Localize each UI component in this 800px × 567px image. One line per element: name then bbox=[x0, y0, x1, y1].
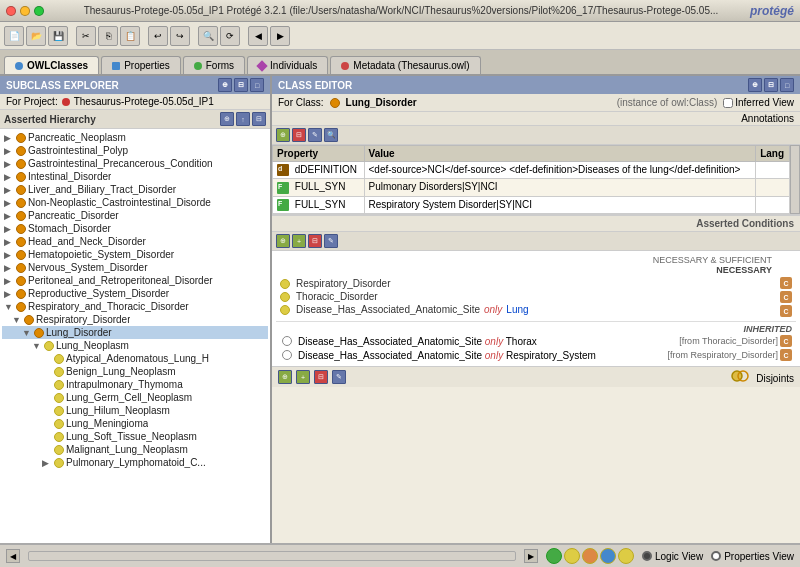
tree-item-hematopoietic[interactable]: ▶ Hematopoietic_System_Disorder bbox=[2, 248, 268, 261]
condition-anatomic-lung[interactable]: Disease_Has_Associated_Anatomic_Site onl… bbox=[276, 303, 776, 316]
disjoints-edit-btn[interactable]: ✎ bbox=[332, 370, 346, 384]
props-search-btn[interactable]: 🔍 bbox=[324, 128, 338, 142]
tree-item-liver[interactable]: ▶ Liver_and_Biliary_Tract_Disorder bbox=[2, 183, 268, 196]
tree-item-pancreatic-neoplasm[interactable]: ▶ Pancreatic_Neoplasm bbox=[2, 131, 268, 144]
tab-bar: OWLClasses Properties Forms Individuals … bbox=[0, 50, 800, 76]
condition-dot-2 bbox=[280, 292, 290, 302]
disjoints-add2-btn[interactable]: + bbox=[296, 370, 310, 384]
prop-row-2[interactable]: F FULL_SYN Pulmonary Disorders|SY|NCI bbox=[273, 179, 790, 196]
condition-thoracic[interactable]: Thoracic_Disorder bbox=[276, 290, 776, 303]
tree-item-stomach[interactable]: ▶ Stomach_Disorder bbox=[2, 222, 268, 235]
disjoints-add-btn[interactable]: ⊕ bbox=[278, 370, 292, 384]
app-logo: protégé bbox=[750, 4, 794, 18]
asserted-add-btn[interactable]: ⊕ bbox=[276, 234, 290, 248]
props-scrollbar-v[interactable] bbox=[790, 145, 800, 214]
toolbar-new[interactable]: 📄 bbox=[4, 26, 24, 46]
props-edit-btn[interactable]: ✎ bbox=[308, 128, 322, 142]
toolbar-refresh[interactable]: ⟳ bbox=[220, 26, 240, 46]
props-remove-btn[interactable]: ⊟ bbox=[292, 128, 306, 142]
tree-item-lung-hilum[interactable]: Lung_Hilum_Neoplasm bbox=[2, 404, 268, 417]
status-icon-4 bbox=[600, 548, 616, 564]
toolbar-nav-back[interactable]: ◀ bbox=[248, 26, 268, 46]
condition-respiratory[interactable]: Respiratory_Disorder bbox=[276, 277, 776, 290]
tree-item-lung-neoplasm[interactable]: ▼ Lung_Neoplasm bbox=[2, 339, 268, 352]
explorer-icon-3[interactable]: □ bbox=[250, 78, 264, 92]
props-add-btn[interactable]: ⊕ bbox=[276, 128, 290, 142]
hierarchy-icon-2[interactable]: ↑ bbox=[236, 112, 250, 126]
toolbar-undo[interactable]: ↩ bbox=[148, 26, 168, 46]
class-editor-icon-1[interactable]: ⊕ bbox=[748, 78, 762, 92]
class-editor-icon-3[interactable]: □ bbox=[780, 78, 794, 92]
prop-row-3[interactable]: F FULL_SYN Respiratory System Disorder|S… bbox=[273, 196, 790, 213]
tree-item-pancreatic[interactable]: ▶ Pancreatic_Disorder bbox=[2, 209, 268, 222]
hierarchy-icon-3[interactable]: ⊟ bbox=[252, 112, 266, 126]
toolbar-search[interactable]: 🔍 bbox=[198, 26, 218, 46]
tree-item-lung-soft-tissue[interactable]: Lung_Soft_Tissue_Neoplasm bbox=[2, 430, 268, 443]
maximize-button[interactable] bbox=[34, 6, 44, 16]
tree-item-gi-polyp[interactable]: ▶ Gastrointestinal_Polyp bbox=[2, 144, 268, 157]
tree-label: Stomach_Disorder bbox=[28, 223, 111, 234]
inherited-row-2[interactable]: Disease_Has_Associated_Anatomic_Site onl… bbox=[276, 348, 796, 362]
toolbar-paste[interactable]: 📋 bbox=[120, 26, 140, 46]
toolbar-cut[interactable]: ✂ bbox=[76, 26, 96, 46]
explorer-icon-1[interactable]: ⊕ bbox=[218, 78, 232, 92]
disjoints-remove-btn[interactable]: ⊟ bbox=[314, 370, 328, 384]
tree-item-lung-germ[interactable]: Lung_Germ_Cell_Neoplasm bbox=[2, 391, 268, 404]
col-lang: Lang bbox=[756, 146, 790, 162]
tree-item-head-neck[interactable]: ▶ Head_and_Neck_Disorder bbox=[2, 235, 268, 248]
properties-view-option[interactable]: Properties View bbox=[711, 551, 794, 562]
prop-name-2: FULL_SYN bbox=[295, 181, 346, 192]
tab-properties[interactable]: Properties bbox=[101, 56, 181, 74]
tree-dot bbox=[54, 445, 64, 455]
project-dot bbox=[62, 98, 70, 106]
tree-item-benign-lung[interactable]: Benign_Lung_Neoplasm bbox=[2, 365, 268, 378]
tree-item-peritoneal[interactable]: ▶ Peritoneal_and_Retroperitoneal_Disorde… bbox=[2, 274, 268, 287]
explorer-icon-2[interactable]: ⊟ bbox=[234, 78, 248, 92]
tree-item-pulmonary-lymphomatoid[interactable]: ▶ Pulmonary_Lymphomatoid_C... bbox=[2, 456, 268, 469]
horizontal-scrollbar[interactable] bbox=[28, 551, 516, 561]
window-controls bbox=[6, 6, 44, 16]
class-name: Lung_Disorder bbox=[346, 97, 417, 108]
tree-item-reproductive[interactable]: ▶ Reproductive_System_Disorder bbox=[2, 287, 268, 300]
tree-item-non-neoplastic[interactable]: ▶ Non-Neoplastic_Castrointestinal_Disord… bbox=[2, 196, 268, 209]
asserted-edit-btn[interactable]: ✎ bbox=[324, 234, 338, 248]
class-editor-header: CLASS EDITOR ⊕ ⊟ □ bbox=[272, 76, 800, 94]
inherited-row-1[interactable]: Disease_Has_Associated_Anatomic_Site onl… bbox=[276, 334, 796, 348]
tree-item-lung-meningioma[interactable]: Lung_Meningioma bbox=[2, 417, 268, 430]
tree-item-lung-disorder[interactable]: ▼ Lung_Disorder bbox=[2, 326, 268, 339]
toolbar-open[interactable]: 📂 bbox=[26, 26, 46, 46]
tree-item-intrapulmonary[interactable]: Intrapulmonary_Thymoma bbox=[2, 378, 268, 391]
tree-item-nervous[interactable]: ▶ Nervous_System_Disorder bbox=[2, 261, 268, 274]
tree-item-intestinal[interactable]: ▶ Intestinal_Disorder bbox=[2, 170, 268, 183]
toolbar-copy[interactable]: ⎘ bbox=[98, 26, 118, 46]
toolbar-save[interactable]: 💾 bbox=[48, 26, 68, 46]
asserted-add2-btn[interactable]: + bbox=[292, 234, 306, 248]
tab-individuals[interactable]: Individuals bbox=[247, 56, 328, 74]
c-badge-1[interactable]: C bbox=[780, 277, 792, 289]
status-nav-right[interactable]: ▶ bbox=[524, 549, 538, 563]
class-editor-icon-2[interactable]: ⊟ bbox=[764, 78, 778, 92]
logic-view-option[interactable]: Logic View bbox=[642, 551, 703, 562]
inherited-c-badge-2[interactable]: C bbox=[780, 349, 792, 361]
inherited-c-badge-1[interactable]: C bbox=[780, 335, 792, 347]
tree-item-respiratory-disorder[interactable]: ▼ Respiratory_Disorder bbox=[2, 313, 268, 326]
toolbar-redo[interactable]: ↪ bbox=[170, 26, 190, 46]
minimize-button[interactable] bbox=[20, 6, 30, 16]
inferred-view-checkbox[interactable]: Inferred View bbox=[723, 97, 794, 108]
asserted-remove-btn[interactable]: ⊟ bbox=[308, 234, 322, 248]
toolbar-nav-forward[interactable]: ▶ bbox=[270, 26, 290, 46]
inferred-checkbox-input[interactable] bbox=[723, 98, 733, 108]
tree-item-respiratory-thoracic[interactable]: ▼ Respiratory_and_Thoracic_Disorder bbox=[2, 300, 268, 313]
status-nav-left[interactable]: ◀ bbox=[6, 549, 20, 563]
tree-item-malignant-lung[interactable]: Malignant_Lung_Neoplasm bbox=[2, 443, 268, 456]
tree-item-gi-precancerous[interactable]: ▶ Gastrointestinal_Precancerous_Conditio… bbox=[2, 157, 268, 170]
c-badge-3[interactable]: C bbox=[780, 305, 792, 317]
hierarchy-icon-1[interactable]: ⊕ bbox=[220, 112, 234, 126]
close-button[interactable] bbox=[6, 6, 16, 16]
tab-forms[interactable]: Forms bbox=[183, 56, 245, 74]
tab-owl-classes[interactable]: OWLClasses bbox=[4, 56, 99, 74]
prop-row-1[interactable]: d dDEFINITION <def-source>NCI</def-sourc… bbox=[273, 162, 790, 179]
tab-metadata[interactable]: Metadata (Thesaurus.owl) bbox=[330, 56, 480, 74]
tree-item-atypical[interactable]: Atypical_Adenomatous_Lung_H bbox=[2, 352, 268, 365]
c-badge-2[interactable]: C bbox=[780, 291, 792, 303]
